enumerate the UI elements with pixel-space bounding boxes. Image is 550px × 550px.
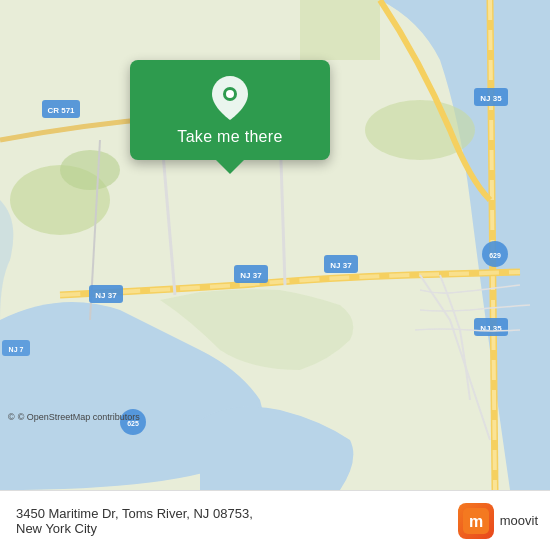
svg-text:CR 571: CR 571 <box>47 106 75 115</box>
moovit-logo[interactable]: m moovit <box>458 503 538 539</box>
svg-text:629: 629 <box>489 252 501 259</box>
svg-text:m: m <box>469 513 483 530</box>
take-me-there-button[interactable]: Take me there <box>177 128 282 146</box>
location-pin-icon <box>212 76 248 120</box>
address-line1: 3450 Maritime Dr, Toms River, NJ 08753, <box>16 506 458 521</box>
svg-point-2 <box>60 150 120 190</box>
moovit-icon: m <box>458 503 494 539</box>
svg-rect-4 <box>300 0 380 60</box>
svg-text:NJ 37: NJ 37 <box>95 291 117 300</box>
svg-text:NJ 37: NJ 37 <box>330 261 352 270</box>
copyright-symbol: © <box>8 412 15 422</box>
svg-text:NJ 35: NJ 35 <box>480 94 502 103</box>
location-popup: Take me there <box>130 60 330 160</box>
moovit-label: moovit <box>500 513 538 528</box>
address-line2: New York City <box>16 521 458 536</box>
address-block: 3450 Maritime Dr, Toms River, NJ 08753, … <box>16 506 458 536</box>
svg-text:NJ 7: NJ 7 <box>9 346 24 353</box>
svg-point-26 <box>226 90 234 98</box>
map-view: CR 571 CR 571 NJ 35 NJ 35 NJ 37 NJ 37 NJ… <box>0 0 550 490</box>
svg-text:NJ 37: NJ 37 <box>240 271 262 280</box>
copyright-text: © © OpenStreetMap contributors <box>8 412 140 422</box>
copyright-label: © OpenStreetMap contributors <box>18 412 140 422</box>
bottom-bar: 3450 Maritime Dr, Toms River, NJ 08753, … <box>0 490 550 550</box>
